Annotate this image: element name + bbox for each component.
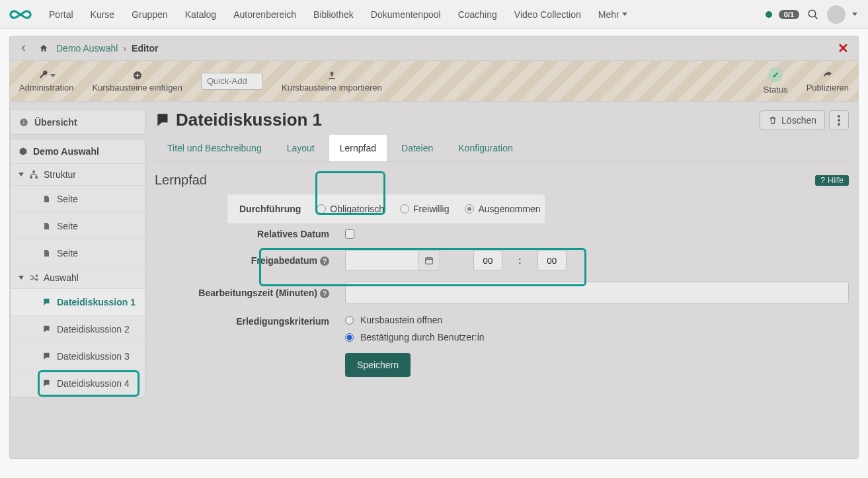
help-tooltip-icon[interactable]: ? [320, 257, 329, 266]
user-menu-chevron-down-icon[interactable] [852, 13, 857, 16]
tree-item-seite[interactable]: Seite [11, 186, 145, 213]
file-icon [42, 221, 52, 231]
tree-section-struktur[interactable]: Struktur [11, 164, 145, 186]
toolbar-insert-label: Kursbausteine einfügen [92, 83, 182, 93]
radio-bestaetigung-benutzer[interactable]: Bestätigung durch Benutzer:in [345, 332, 485, 342]
tree-item-label: Seite [57, 221, 78, 231]
save-button[interactable]: Speichern [345, 353, 411, 377]
radio-label: Freiwillig [413, 204, 449, 214]
file-icon [42, 249, 52, 258]
editor-toolbar: Administration Kursbausteine einfügen Ku… [10, 61, 858, 102]
tree-section-struktur-label: Struktur [44, 169, 76, 180]
radio-icon [465, 204, 474, 214]
help-tooltip-icon[interactable]: ? [320, 289, 329, 298]
tree-item-dateidiskussion-1[interactable]: Dateidiskussion 1 [11, 289, 145, 316]
nav-items: Portal Kurse Gruppen Katalog Autorenbere… [41, 3, 635, 26]
tree-item-seite[interactable]: Seite [11, 240, 145, 267]
radio-label: Bestätigung durch Benutzer:in [360, 332, 485, 342]
cube-icon [19, 147, 28, 156]
radio-input[interactable] [345, 333, 354, 342]
lernpfad-form: Durchführung Obligatorisch Freiwillig Au… [155, 194, 849, 382]
svg-line-1 [814, 16, 818, 19]
tab-layout[interactable]: Layout [276, 134, 326, 161]
radio-obligatorisch[interactable]: Obligatorisch [317, 204, 384, 214]
erledigung-label: Erledigungskriterium [155, 315, 333, 327]
help-icon: ? [820, 176, 825, 185]
durchfuehrung-options: Obligatorisch Freiwillig Ausgenommen [317, 204, 540, 214]
relatives-datum-label: Relatives Datum [155, 229, 333, 239]
quick-add-input[interactable] [201, 73, 263, 90]
tab-dateien[interactable]: Dateien [390, 134, 444, 161]
svg-point-11 [838, 123, 840, 126]
radio-ausgenommen[interactable]: Ausgenommen [465, 204, 540, 214]
top-nav: Portal Kurse Gruppen Katalog Autorenbere… [0, 0, 868, 29]
help-button[interactable]: ? Hilfe [815, 175, 849, 186]
status-dot-icon [766, 11, 772, 18]
bearbeitungszeit-label: Bearbeitungszeit (Minuten)? [155, 288, 333, 299]
datepicker-button[interactable] [418, 250, 440, 271]
nav-bibliothek[interactable]: Bibliothek [305, 3, 362, 26]
nav-kurse[interactable]: Kurse [83, 3, 123, 26]
svg-rect-4 [23, 122, 24, 124]
caret-down-icon [19, 173, 24, 177]
nav-dokumentenpool[interactable]: Dokumentenpool [363, 3, 449, 26]
wrench-icon [37, 69, 56, 81]
nav-mehr[interactable]: Mehr [590, 3, 635, 26]
logo-infinity-icon [8, 8, 33, 21]
toolbar-status-label: Status [764, 85, 788, 95]
chevron-down-icon [622, 13, 627, 16]
search-icon[interactable] [806, 7, 820, 22]
tree-root-label: Demo Auswahl [33, 146, 99, 157]
kebab-icon [838, 115, 840, 126]
delete-button[interactable]: Löschen [760, 110, 825, 130]
durchfuehrung-label: Durchführung [239, 204, 305, 214]
breadcrumb-back-icon[interactable] [17, 41, 31, 56]
nav-gruppen[interactable]: Gruppen [124, 3, 175, 26]
radio-freiwillig[interactable]: Freiwillig [400, 204, 449, 214]
freigabedatum-input[interactable] [345, 250, 418, 271]
notification-badge[interactable]: 0/1 [779, 10, 799, 19]
more-actions-button[interactable] [829, 110, 849, 130]
nav-portal[interactable]: Portal [41, 3, 81, 26]
toolbar-insert[interactable]: Kursbausteine einfügen [92, 69, 182, 93]
nav-coaching[interactable]: Coaching [450, 3, 505, 26]
toolbar-publish[interactable]: Publizieren [807, 69, 849, 93]
radio-kursbaustein-oeffnen[interactable]: Kursbaustein öffnen [345, 315, 485, 325]
nav-video-collection[interactable]: Video Collection [506, 3, 589, 26]
tree-section-auswahl[interactable]: Auswahl [11, 267, 145, 289]
tab-konfiguration[interactable]: Konfiguration [447, 134, 524, 161]
toolbar-publish-label: Publizieren [807, 83, 849, 93]
toolbar-status[interactable]: ✓ Status [764, 67, 788, 95]
avatar[interactable] [827, 5, 846, 24]
nav-autorenbereich[interactable]: Autorenbereich [225, 3, 304, 26]
radio-input[interactable] [345, 316, 354, 325]
home-icon[interactable] [36, 41, 51, 56]
nav-mehr-label: Mehr [598, 9, 619, 20]
svg-rect-6 [32, 171, 35, 173]
sidebar: Übersicht Demo Auswahl [10, 110, 145, 398]
bearbeitungszeit-input[interactable] [345, 282, 849, 304]
radio-label: Kursbaustein öffnen [360, 315, 442, 325]
breadcrumb: Demo Auswahl › Editor [17, 41, 159, 56]
editor-panel: Demo Auswahl › Editor ✕ Administration K… [9, 36, 859, 459]
content-area: Dateidiskussion 1 Löschen [145, 110, 858, 398]
close-icon[interactable]: ✕ [835, 40, 851, 56]
tree-item-seite[interactable]: Seite [11, 213, 145, 240]
breadcrumb-home[interactable]: Demo Auswahl [56, 43, 118, 54]
tree-item-dateidiskussion-4[interactable]: Dateidiskussion 4 [11, 370, 145, 397]
tab-titel[interactable]: Titel und Beschreibung [156, 134, 273, 161]
freigabe-hour-input[interactable] [473, 250, 502, 271]
tree-item-dateidiskussion-2[interactable]: Dateidiskussion 2 [11, 316, 145, 343]
sidebar-overview[interactable]: Übersicht [10, 110, 145, 135]
tree-item-dateidiskussion-3[interactable]: Dateidiskussion 3 [11, 343, 145, 370]
relatives-datum-checkbox[interactable] [345, 229, 354, 239]
toolbar-import[interactable]: Kursbausteine importieren [282, 69, 382, 93]
toolbar-administration[interactable]: Administration [19, 69, 73, 93]
svg-rect-8 [35, 177, 38, 179]
delete-button-label: Löschen [781, 115, 816, 126]
tree-root[interactable]: Demo Auswahl [11, 139, 145, 164]
svg-rect-5 [23, 120, 24, 121]
tab-lernpfad[interactable]: Lernpfad [329, 134, 387, 161]
nav-katalog[interactable]: Katalog [177, 3, 224, 26]
freigabe-minute-input[interactable] [537, 250, 567, 271]
